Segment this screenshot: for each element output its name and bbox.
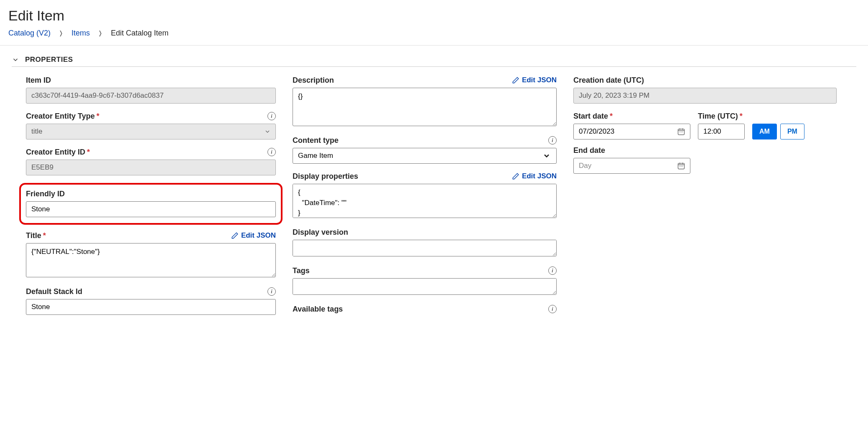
- label-creator-entity-id: Creator Entity ID *: [26, 148, 90, 157]
- info-icon[interactable]: i: [548, 305, 557, 313]
- info-icon[interactable]: i: [267, 112, 276, 120]
- breadcrumb: Catalog (V2) ❭ Items ❭ Edit Catalog Item: [8, 29, 860, 45]
- description-json-textarea[interactable]: [293, 88, 557, 126]
- pencil-icon: [512, 172, 519, 180]
- info-icon[interactable]: i: [267, 148, 276, 156]
- label-end-date: End date: [573, 146, 605, 155]
- label-friendly-id: Friendly ID: [26, 190, 65, 198]
- edit-json-button[interactable]: Edit JSON: [512, 76, 557, 84]
- pm-button[interactable]: PM: [780, 124, 804, 139]
- label-time-utc: Time (UTC) *: [698, 112, 743, 121]
- display-version-textarea[interactable]: [293, 240, 557, 256]
- info-icon[interactable]: i: [548, 136, 557, 145]
- edit-json-button[interactable]: Edit JSON: [231, 231, 276, 240]
- label-display-version: Display version: [293, 228, 348, 237]
- chevron-right-icon: ❭: [59, 30, 64, 36]
- friendly-id-input[interactable]: [26, 201, 276, 217]
- info-icon[interactable]: i: [267, 287, 276, 296]
- edit-json-button[interactable]: Edit JSON: [512, 172, 557, 180]
- pencil-icon: [231, 232, 239, 239]
- label-description: Description: [293, 76, 334, 85]
- pencil-icon: [512, 76, 519, 84]
- breadcrumb-catalog[interactable]: Catalog (V2): [8, 29, 51, 37]
- time-utc-input[interactable]: [698, 124, 745, 139]
- label-item-id: Item ID: [26, 76, 51, 85]
- breadcrumb-current: Edit Catalog Item: [111, 29, 168, 37]
- creator-entity-type-select[interactable]: [26, 124, 276, 139]
- label-start-date: Start date *: [573, 112, 613, 121]
- label-tags: Tags: [293, 266, 310, 275]
- item-id-input: [26, 88, 276, 104]
- info-icon[interactable]: i: [548, 266, 557, 275]
- friendly-id-highlight: Friendly ID: [19, 183, 283, 225]
- section-properties-header[interactable]: PROPERTIES: [12, 56, 856, 67]
- label-default-stack-id: Default Stack Id: [26, 287, 82, 296]
- tags-textarea[interactable]: [293, 278, 557, 295]
- am-button[interactable]: AM: [752, 124, 777, 139]
- creation-date-input: [573, 88, 837, 104]
- default-stack-id-input[interactable]: [26, 299, 276, 315]
- chevron-right-icon: ❭: [98, 30, 103, 36]
- content-type-select[interactable]: [293, 148, 557, 164]
- end-date-input[interactable]: [573, 158, 690, 174]
- label-title: Title *: [26, 231, 46, 240]
- label-available-tags: Available tags: [293, 305, 343, 314]
- display-properties-textarea[interactable]: [293, 184, 557, 218]
- section-title: PROPERTIES: [25, 56, 73, 64]
- chevron-down-icon: [12, 56, 19, 63]
- label-creation-date: Creation date (UTC): [573, 76, 644, 85]
- creator-entity-id-input: [26, 160, 276, 175]
- label-display-properties: Display properties: [293, 172, 358, 181]
- page-title: Edit Item: [8, 8, 860, 24]
- label-creator-entity-type: Creator Entity Type *: [26, 112, 99, 121]
- start-date-input[interactable]: [573, 124, 690, 139]
- title-json-textarea[interactable]: [26, 243, 276, 277]
- breadcrumb-items[interactable]: Items: [71, 29, 90, 37]
- label-content-type: Content type: [293, 136, 339, 145]
